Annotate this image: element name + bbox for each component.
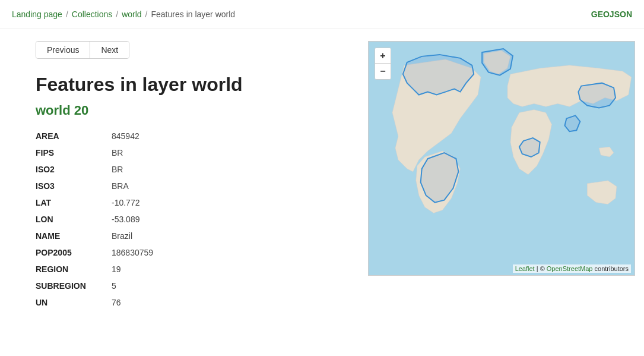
map-zoom-controls: + − (375, 48, 391, 80)
breadcrumb-sep-1: / (66, 10, 68, 19)
prop-value: -10.772 (107, 194, 344, 211)
table-row: UN76 (36, 294, 344, 311)
prop-value: BR (107, 161, 344, 178)
breadcrumb-world[interactable]: world (122, 10, 141, 19)
table-row: ISO2BR (36, 161, 344, 178)
prop-value: 19 (107, 261, 344, 278)
prop-key: UN (36, 294, 107, 311)
table-row: LAT-10.772 (36, 194, 344, 211)
breadcrumb-collections[interactable]: Collections (72, 10, 112, 19)
prop-key: SUBREGION (36, 278, 107, 294)
prop-key: AREA (36, 128, 107, 144)
breadcrumb-sep-2: / (116, 10, 118, 19)
right-panel: + − (368, 41, 632, 311)
breadcrumb: Landing page / Collections / world / Fea… (0, 0, 644, 29)
table-row: REGION19 (36, 261, 344, 278)
zoom-in-button[interactable]: + (375, 48, 391, 64)
table-row: AREA845942 (36, 128, 344, 144)
left-panel: Previous Next Features in layer world wo… (36, 41, 344, 311)
properties-table: AREA845942FIPSBRISO2BRISO3BRALAT-10.772L… (36, 128, 344, 311)
table-row: SUBREGION5 (36, 278, 344, 294)
prop-key: ISO3 (36, 178, 107, 194)
table-row: FIPSBR (36, 144, 344, 161)
table-row: ISO3BRA (36, 178, 344, 194)
map-attribution: Leaflet | © OpenStreetMap contributors (513, 264, 631, 273)
prop-value: Brazil (107, 228, 344, 244)
next-button[interactable]: Next (90, 42, 129, 58)
breadcrumb-current: Features in layer world (151, 10, 236, 19)
prop-value: BRA (107, 178, 344, 194)
geojson-link[interactable]: GEOJSON (591, 10, 632, 19)
main-container: Previous Next Features in layer world wo… (0, 29, 644, 323)
prop-value: 186830759 (107, 244, 344, 261)
breadcrumb-landing[interactable]: Landing page (12, 10, 62, 19)
prop-value: 845942 (107, 128, 344, 144)
pagination: Previous Next (36, 41, 129, 59)
table-row: LON-53.089 (36, 211, 344, 228)
prop-value: -53.089 (107, 211, 344, 228)
previous-button[interactable]: Previous (36, 42, 90, 58)
osm-link[interactable]: OpenStreetMap (547, 265, 593, 272)
prop-value: 5 (107, 278, 344, 294)
prop-key: REGION (36, 261, 107, 278)
prop-value: 76 (107, 294, 344, 311)
prop-key: LON (36, 211, 107, 228)
attribution-sep: | © (537, 265, 547, 272)
table-row: NAMEBrazil (36, 228, 344, 244)
map-container: + − (368, 41, 635, 276)
attribution-suffix: contributors (595, 265, 629, 272)
prop-key: NAME (36, 228, 107, 244)
leaflet-link[interactable]: Leaflet (515, 265, 535, 272)
feature-subtitle: world 20 (36, 103, 344, 118)
map-svg (369, 42, 635, 275)
zoom-out-button[interactable]: − (375, 64, 391, 79)
breadcrumb-sep-3: / (145, 10, 148, 19)
prop-value: BR (107, 144, 344, 161)
prop-key: ISO2 (36, 161, 107, 178)
prop-key: POP2005 (36, 244, 107, 261)
table-row: POP2005186830759 (36, 244, 344, 261)
prop-key: LAT (36, 194, 107, 211)
prop-key: FIPS (36, 144, 107, 161)
page-title: Features in layer world (36, 73, 344, 96)
